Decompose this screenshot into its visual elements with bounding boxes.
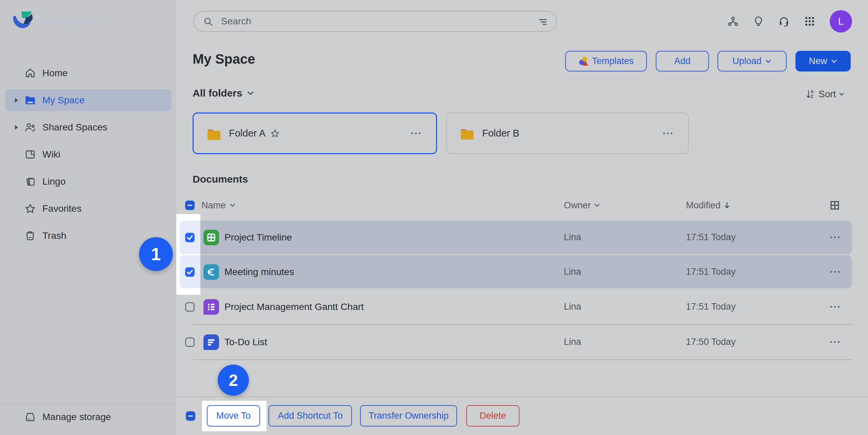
- row-divider: [193, 324, 852, 325]
- more-actions-icon[interactable]: [828, 300, 842, 314]
- chevron-down-icon: [246, 89, 255, 97]
- sidebar-item-favorites[interactable]: Favorites: [0, 198, 176, 220]
- expand-arrow-icon[interactable]: [13, 124, 20, 131]
- column-header-owner[interactable]: Owner: [564, 200, 600, 211]
- more-actions-icon[interactable]: [828, 265, 842, 279]
- sidebar-item-wiki[interactable]: Wiki: [0, 144, 176, 165]
- feishu-docs-logo-icon: [12, 11, 34, 30]
- sidebar-item-lingo[interactable]: Lingo: [0, 171, 176, 192]
- transfer-ownership-button[interactable]: Transfer Ownership: [360, 405, 457, 427]
- select-all-checkbox[interactable]: [185, 201, 195, 210]
- step-2-badge: 2: [218, 365, 249, 396]
- add-button[interactable]: Add: [656, 51, 709, 71]
- table-header: Name Owner Modified: [180, 197, 852, 213]
- sidebar-item-shared-spaces[interactable]: Shared Spaces: [0, 117, 176, 138]
- star-icon: [24, 203, 36, 214]
- sidebar-item-my-space[interactable]: My Space: [0, 89, 176, 111]
- wiki-icon: [24, 149, 36, 160]
- expand-arrow-icon[interactable]: [13, 97, 20, 104]
- org-structure-icon[interactable]: [727, 16, 739, 27]
- search-input[interactable]: [221, 12, 526, 31]
- documents-heading: Documents: [193, 173, 248, 185]
- sheet-doc-icon: [203, 230, 219, 245]
- table-row[interactable]: Project Timeline Lina 17:51 Today: [180, 221, 852, 254]
- chevron-down-icon: [839, 91, 845, 97]
- row-divider: [193, 359, 852, 360]
- row-checkbox[interactable]: [185, 233, 195, 242]
- minutes-doc-icon: [203, 264, 219, 280]
- people-icon: [24, 122, 36, 133]
- lightbulb-icon[interactable]: [753, 16, 764, 27]
- home-icon: [24, 67, 36, 79]
- lingo-cards-icon: [24, 176, 36, 187]
- sidebar: Feishu Docs Home My Space Shared: [0, 0, 176, 435]
- new-button[interactable]: New: [795, 51, 851, 71]
- add-shortcut-to-button[interactable]: Add Shortcut To: [269, 405, 352, 427]
- table-row[interactable]: Project Management Gantt Chart Lina 17:5…: [180, 290, 852, 324]
- move-to-button[interactable]: Move To: [207, 405, 260, 427]
- chevron-down-icon: [594, 202, 600, 209]
- templates-button[interactable]: Templates: [565, 51, 647, 71]
- delete-button[interactable]: Delete: [466, 405, 519, 427]
- search-bar: [193, 11, 557, 32]
- folder-name: Folder B: [482, 128, 519, 139]
- chevron-down-icon: [229, 202, 236, 209]
- more-actions-icon[interactable]: [828, 231, 842, 244]
- action-bar-divider: [176, 396, 868, 397]
- search-filter-icon[interactable]: [538, 17, 548, 27]
- base-doc-icon: [203, 299, 219, 315]
- apps-grid-icon[interactable]: [804, 16, 815, 27]
- page-title: My Space: [193, 51, 255, 67]
- more-actions-icon[interactable]: [409, 127, 422, 140]
- column-header-modified[interactable]: Modified: [686, 200, 731, 211]
- arrow-down-icon: [723, 202, 731, 209]
- svg-text:A: A: [811, 89, 814, 94]
- selection-checkbox[interactable]: [186, 411, 195, 421]
- row-checkbox[interactable]: [185, 302, 195, 312]
- star-icon[interactable]: [270, 129, 280, 138]
- folder-name: Folder A: [229, 128, 265, 139]
- table-row[interactable]: Meeting minutes Lina 17:51 Today: [180, 255, 852, 289]
- upload-button[interactable]: Upload: [717, 51, 787, 71]
- doc-icon: [203, 334, 219, 350]
- svg-text:Z: Z: [811, 94, 813, 99]
- storage-drive-icon: [24, 411, 36, 423]
- more-actions-icon[interactable]: [828, 335, 842, 349]
- row-checkbox[interactable]: [185, 267, 195, 277]
- folder-card-b[interactable]: Folder B: [446, 112, 689, 154]
- templates-icon: [578, 56, 589, 66]
- step-1-badge: 1: [139, 237, 173, 271]
- folder-icon: [459, 126, 475, 142]
- folder-card-a[interactable]: Folder A: [193, 112, 437, 154]
- headset-icon[interactable]: [778, 16, 790, 27]
- column-header-name[interactable]: Name: [201, 200, 236, 211]
- chevron-down-icon: [831, 58, 837, 65]
- sort-az-icon: AZ: [806, 89, 816, 99]
- brand-wordmark: Feishu Docs: [39, 16, 103, 27]
- app-window: Feishu Docs Home My Space Shared: [0, 0, 868, 435]
- sidebar-divider: [0, 403, 176, 404]
- all-folders-dropdown[interactable]: All folders: [193, 87, 255, 99]
- manage-storage-button[interactable]: Manage storage: [0, 406, 176, 428]
- row-checkbox[interactable]: [185, 337, 195, 347]
- search-icon: [203, 17, 213, 26]
- avatar[interactable]: L: [830, 10, 852, 33]
- table-row[interactable]: To-Do List Lina 17:50 Today: [180, 325, 852, 359]
- trash-icon: [24, 230, 36, 242]
- sidebar-item-home[interactable]: Home: [0, 62, 176, 84]
- more-actions-icon[interactable]: [661, 127, 674, 140]
- chevron-down-icon: [765, 58, 772, 65]
- folder-icon: [206, 126, 222, 143]
- sort-button[interactable]: AZ Sort: [806, 87, 845, 101]
- folder-icon: [24, 95, 36, 106]
- view-toggle-grid-icon[interactable]: [829, 200, 840, 211]
